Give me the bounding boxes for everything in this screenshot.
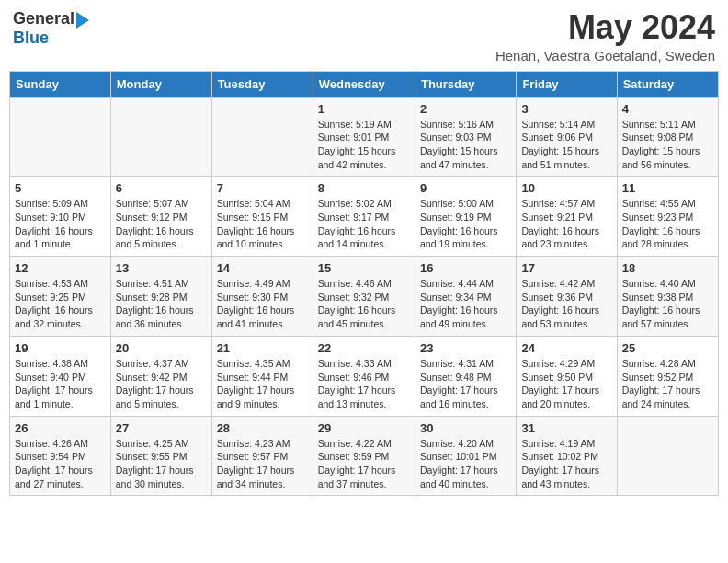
calendar-cell: 21Sunrise: 4:35 AMSunset: 9:44 PMDayligh… [211,336,313,416]
day-number: 24 [521,341,611,355]
day-info: Sunrise: 5:19 AMSunset: 9:01 PMDaylight:… [318,118,410,172]
calendar-table: SundayMondayTuesdayWednesdayThursdayFrid… [9,71,719,497]
calendar-cell: 3Sunrise: 5:14 AMSunset: 9:06 PMDaylight… [517,97,617,177]
calendar-cell: 17Sunrise: 4:42 AMSunset: 9:36 PMDayligh… [517,257,617,337]
calendar-cell: 4Sunrise: 5:11 AMSunset: 9:08 PMDaylight… [617,97,718,177]
day-number: 21 [217,341,308,355]
day-of-week-header: Tuesday [211,71,313,97]
day-number: 12 [15,261,106,275]
day-number: 16 [420,261,511,275]
day-info: Sunrise: 4:23 AMSunset: 9:57 PMDaylight:… [217,437,308,491]
day-number: 1 [318,102,410,116]
calendar-title: May 2024 [495,9,715,46]
day-number: 13 [116,261,207,275]
calendar-week-row: 19Sunrise: 4:38 AMSunset: 9:40 PMDayligh… [10,336,719,416]
calendar-cell: 1Sunrise: 5:19 AMSunset: 9:01 PMDaylight… [313,97,415,177]
day-number: 18 [622,261,713,275]
day-number: 8 [318,181,410,195]
calendar-cell: 23Sunrise: 4:31 AMSunset: 9:48 PMDayligh… [415,336,516,416]
calendar-cell [10,97,111,177]
page-header: General Blue May 2024 Henan, Vaestra Goe… [9,9,719,63]
calendar-header-row: SundayMondayTuesdayWednesdayThursdayFrid… [10,71,719,97]
calendar-cell: 27Sunrise: 4:25 AMSunset: 9:55 PMDayligh… [110,416,211,496]
day-number: 14 [217,261,308,275]
calendar-cell: 24Sunrise: 4:29 AMSunset: 9:50 PMDayligh… [517,336,617,416]
day-number: 9 [420,181,511,195]
day-info: Sunrise: 4:42 AMSunset: 9:36 PMDaylight:… [521,277,611,331]
day-info: Sunrise: 5:11 AMSunset: 9:08 PMDaylight:… [622,118,713,172]
day-info: Sunrise: 4:31 AMSunset: 9:48 PMDaylight:… [420,357,511,411]
day-info: Sunrise: 5:02 AMSunset: 9:17 PMDaylight:… [318,197,410,251]
day-info: Sunrise: 4:57 AMSunset: 9:21 PMDaylight:… [521,197,611,251]
logo: General Blue [13,9,89,48]
day-number: 29 [318,421,410,435]
day-of-week-header: Wednesday [313,71,415,97]
day-number: 19 [15,341,106,355]
calendar-cell: 22Sunrise: 4:33 AMSunset: 9:46 PMDayligh… [313,336,415,416]
day-info: Sunrise: 4:35 AMSunset: 9:44 PMDaylight:… [217,357,308,411]
day-info: Sunrise: 4:28 AMSunset: 9:52 PMDaylight:… [622,357,713,411]
day-of-week-header: Saturday [617,71,718,97]
day-info: Sunrise: 5:00 AMSunset: 9:19 PMDaylight:… [420,197,511,251]
title-block: May 2024 Henan, Vaestra Goetaland, Swede… [495,9,715,63]
calendar-cell: 6Sunrise: 5:07 AMSunset: 9:12 PMDaylight… [110,177,211,257]
calendar-cell: 19Sunrise: 4:38 AMSunset: 9:40 PMDayligh… [10,336,111,416]
day-info: Sunrise: 4:33 AMSunset: 9:46 PMDaylight:… [318,357,410,411]
day-info: Sunrise: 4:26 AMSunset: 9:54 PMDaylight:… [15,437,106,491]
calendar-cell: 7Sunrise: 5:04 AMSunset: 9:15 PMDaylight… [211,177,313,257]
day-info: Sunrise: 4:53 AMSunset: 9:25 PMDaylight:… [15,277,106,331]
calendar-week-row: 26Sunrise: 4:26 AMSunset: 9:54 PMDayligh… [10,416,719,496]
calendar-cell [211,97,313,177]
day-number: 5 [15,181,106,195]
day-number: 17 [521,261,611,275]
calendar-cell: 10Sunrise: 4:57 AMSunset: 9:21 PMDayligh… [517,177,617,257]
calendar-week-row: 5Sunrise: 5:09 AMSunset: 9:10 PMDaylight… [10,177,719,257]
calendar-cell: 26Sunrise: 4:26 AMSunset: 9:54 PMDayligh… [10,416,111,496]
calendar-cell [617,416,718,496]
day-number: 6 [116,181,207,195]
day-info: Sunrise: 4:37 AMSunset: 9:42 PMDaylight:… [116,357,207,411]
calendar-cell: 11Sunrise: 4:55 AMSunset: 9:23 PMDayligh… [617,177,718,257]
day-info: Sunrise: 4:29 AMSunset: 9:50 PMDaylight:… [521,357,611,411]
day-info: Sunrise: 5:14 AMSunset: 9:06 PMDaylight:… [521,118,611,172]
day-number: 2 [420,102,511,116]
day-of-week-header: Monday [110,71,211,97]
calendar-cell: 28Sunrise: 4:23 AMSunset: 9:57 PMDayligh… [211,416,313,496]
calendar-cell: 30Sunrise: 4:20 AMSunset: 10:01 PMDaylig… [415,416,516,496]
calendar-cell: 12Sunrise: 4:53 AMSunset: 9:25 PMDayligh… [10,257,111,337]
day-number: 30 [420,421,511,435]
day-info: Sunrise: 5:16 AMSunset: 9:03 PMDaylight:… [420,118,511,172]
day-info: Sunrise: 4:55 AMSunset: 9:23 PMDaylight:… [622,197,713,251]
calendar-cell: 20Sunrise: 4:37 AMSunset: 9:42 PMDayligh… [110,336,211,416]
day-of-week-header: Friday [517,71,617,97]
day-number: 11 [622,181,713,195]
day-number: 7 [217,181,308,195]
day-info: Sunrise: 4:25 AMSunset: 9:55 PMDaylight:… [116,437,207,491]
day-number: 28 [217,421,308,435]
day-number: 15 [318,261,410,275]
calendar-cell: 15Sunrise: 4:46 AMSunset: 9:32 PMDayligh… [313,257,415,337]
logo-general-text: General [13,9,74,29]
calendar-cell: 13Sunrise: 4:51 AMSunset: 9:28 PMDayligh… [110,257,211,337]
day-info: Sunrise: 4:46 AMSunset: 9:32 PMDaylight:… [318,277,410,331]
logo-blue-text: Blue [13,29,49,48]
day-number: 25 [622,341,713,355]
day-of-week-header: Sunday [10,71,111,97]
day-number: 31 [521,421,611,435]
calendar-cell: 16Sunrise: 4:44 AMSunset: 9:34 PMDayligh… [415,257,516,337]
calendar-location: Henan, Vaestra Goetaland, Sweden [495,48,715,63]
day-info: Sunrise: 5:07 AMSunset: 9:12 PMDaylight:… [116,197,207,251]
calendar-week-row: 1Sunrise: 5:19 AMSunset: 9:01 PMDaylight… [10,97,719,177]
calendar-cell [110,97,211,177]
logo-arrow-icon [76,12,89,29]
calendar-cell: 14Sunrise: 4:49 AMSunset: 9:30 PMDayligh… [211,257,313,337]
calendar-cell: 31Sunrise: 4:19 AMSunset: 10:02 PMDaylig… [517,416,617,496]
day-info: Sunrise: 4:44 AMSunset: 9:34 PMDaylight:… [420,277,511,331]
calendar-cell: 2Sunrise: 5:16 AMSunset: 9:03 PMDaylight… [415,97,516,177]
calendar-week-row: 12Sunrise: 4:53 AMSunset: 9:25 PMDayligh… [10,257,719,337]
day-number: 27 [116,421,207,435]
day-info: Sunrise: 5:09 AMSunset: 9:10 PMDaylight:… [15,197,106,251]
day-info: Sunrise: 4:40 AMSunset: 9:38 PMDaylight:… [622,277,713,331]
day-number: 26 [15,421,106,435]
day-number: 23 [420,341,511,355]
